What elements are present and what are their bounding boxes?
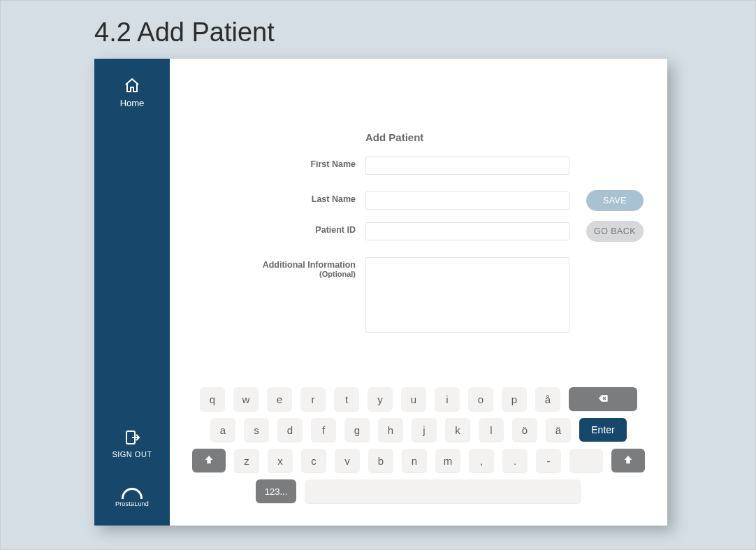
key-enter[interactable]: Enter (579, 418, 627, 442)
key-g[interactable]: g (344, 418, 370, 442)
key-o[interactable]: o (468, 387, 493, 411)
page-heading: 4.2 Add Patient (1, 1, 755, 59)
key-shift-right[interactable] (611, 449, 645, 472)
keyboard-row-2: asdfghjklöäEnter (182, 418, 655, 442)
key-123[interactable]: 123... (256, 479, 296, 503)
key-z[interactable]: z (234, 449, 259, 472)
key-space[interactable] (305, 479, 581, 503)
optional-hint: (Optional) (254, 270, 356, 278)
key-t[interactable]: t (334, 387, 359, 411)
key-q[interactable]: q (200, 387, 225, 411)
keyboard-row-1: qwertyuiopå (182, 387, 655, 411)
sidebar-signout[interactable]: SIGN OUT (112, 429, 152, 458)
key-ä[interactable]: ä (546, 418, 571, 442)
key-a[interactable]: a (210, 418, 235, 442)
go-back-button[interactable]: GO BACK (586, 221, 644, 242)
key-u[interactable]: u (401, 387, 426, 411)
key-blank[interactable] (569, 449, 603, 472)
key-i[interactable]: i (435, 387, 460, 411)
additional-info-input[interactable] (365, 257, 569, 333)
last-name-input[interactable] (365, 191, 569, 210)
keyboard-row-3: zxcvbnm,.- (182, 449, 655, 472)
key-v[interactable]: v (335, 449, 360, 472)
keyboard-row-4: 123... (182, 479, 655, 503)
key-l[interactable]: l (479, 418, 504, 442)
shift-icon (623, 454, 634, 468)
key-.[interactable]: . (502, 449, 528, 472)
key-e[interactable]: e (267, 387, 292, 411)
brand-logo: ProstaLund (115, 488, 149, 507)
sidebar-home[interactable]: Home (120, 77, 145, 108)
sidebar: Home SIGN OUT ProstaLund (94, 59, 170, 526)
first-name-label: First Name (254, 157, 365, 169)
logo-text: ProstaLund (115, 500, 149, 507)
main-content: Add Patient First Name Last Name Patient… (170, 59, 667, 526)
key-w[interactable]: w (233, 387, 259, 411)
signout-label: SIGN OUT (112, 450, 152, 458)
key-x[interactable]: x (268, 449, 293, 472)
key-k[interactable]: k (445, 418, 470, 442)
key-y[interactable]: y (368, 387, 393, 411)
on-screen-keyboard: qwertyuiopå asdfghjklöäEnter zxcvbnm,.- … (170, 387, 667, 510)
key-b[interactable]: b (368, 449, 393, 472)
key-s[interactable]: s (244, 418, 269, 442)
logo-arc-icon (122, 488, 143, 499)
key-,[interactable]: , (469, 449, 494, 472)
key--[interactable]: - (536, 449, 561, 472)
last-name-label: Last Name (254, 191, 365, 204)
home-icon (124, 77, 140, 94)
key-h[interactable]: h (378, 418, 403, 442)
key-c[interactable]: c (301, 449, 326, 472)
key-p[interactable]: p (502, 387, 527, 411)
key-r[interactable]: r (300, 387, 326, 411)
patient-id-input[interactable] (365, 222, 569, 240)
home-label: Home (120, 98, 145, 108)
key-d[interactable]: d (277, 418, 303, 442)
key-n[interactable]: n (402, 449, 427, 472)
first-name-input[interactable] (365, 157, 569, 175)
key-ö[interactable]: ö (512, 418, 537, 442)
form-title: Add Patient (365, 131, 423, 143)
patient-id-label: Patient ID (254, 222, 365, 235)
key-shift-left[interactable] (192, 449, 226, 472)
key-m[interactable]: m (435, 449, 460, 472)
signout-icon (124, 429, 140, 446)
additional-info-label: Additional Information (Optional) (254, 257, 365, 278)
key-backspace[interactable] (569, 387, 637, 411)
shift-icon (203, 454, 215, 468)
key-j[interactable]: j (412, 418, 437, 442)
backspace-icon (597, 393, 609, 406)
key-å[interactable]: å (535, 387, 560, 411)
app-window: Home SIGN OUT ProstaLund Add Patient Fir… (94, 59, 667, 526)
key-f[interactable]: f (311, 418, 336, 442)
save-button[interactable]: SAVE (586, 190, 644, 211)
